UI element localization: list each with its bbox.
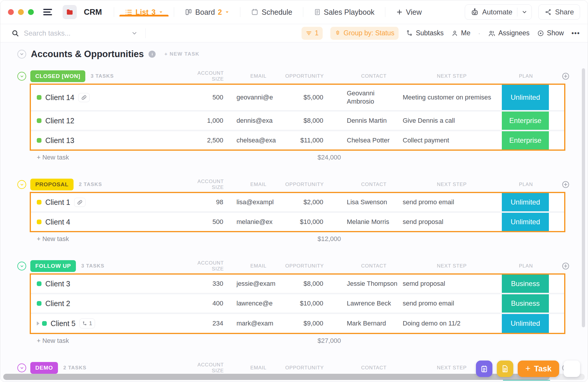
- status-badge[interactable]: CLOSED [WON]: [30, 70, 85, 82]
- column-header-email[interactable]: EMAIL: [237, 73, 280, 79]
- email-cell[interactable]: geovanni@e: [236, 94, 279, 101]
- task-row[interactable]: Client 3 330 jessie@exam $8,000 Jessie T…: [31, 275, 564, 293]
- task-row[interactable]: Client 5 1 234 mark@exam $9,000 Mark Ber…: [31, 314, 564, 333]
- contact-cell[interactable]: Chelsea Potter: [347, 136, 400, 145]
- opportunity-cell[interactable]: $10,000: [279, 218, 323, 226]
- column-header-contact[interactable]: CONTACT: [347, 180, 400, 189]
- opportunity-cell[interactable]: $8,000: [279, 117, 323, 124]
- next-step-cell[interactable]: send promo email: [403, 300, 500, 307]
- plan-cell[interactable]: Unlimited: [502, 85, 549, 110]
- add-column-icon[interactable]: [549, 262, 582, 270]
- add-column-icon[interactable]: [549, 72, 582, 80]
- info-icon[interactable]: [149, 51, 156, 58]
- contact-cell[interactable]: Jessie Thompson: [347, 280, 400, 288]
- column-header-plan[interactable]: PLAN: [502, 182, 549, 187]
- add-column-icon[interactable]: [549, 180, 582, 189]
- search-input[interactable]: Search tasks...: [11, 29, 138, 37]
- column-header-contact[interactable]: CONTACT: [347, 364, 400, 372]
- account-size-cell[interactable]: 500: [188, 94, 223, 101]
- contact-cell[interactable]: Lawrence Beck: [347, 299, 400, 308]
- status-dot[interactable]: [37, 118, 41, 123]
- group-by-button[interactable]: Group by: Status: [330, 27, 399, 40]
- tab-sales-playbook[interactable]: Sales Playbook: [306, 8, 382, 16]
- plan-cell[interactable]: Unlimited: [502, 213, 549, 231]
- opportunity-cell[interactable]: $2,000: [279, 198, 323, 206]
- account-size-cell[interactable]: 234: [188, 320, 223, 327]
- status-dot[interactable]: [37, 220, 41, 224]
- column-header-email[interactable]: EMAIL: [237, 263, 280, 269]
- task-row[interactable]: Client 4 500 melanie@ex $10,000 Melanie …: [31, 213, 564, 231]
- column-header-account-size[interactable]: ACCOUNT SIZE: [189, 362, 224, 374]
- new-task-button[interactable]: + New task: [30, 235, 206, 243]
- sidebar-menu-icon[interactable]: [43, 8, 52, 16]
- task-name[interactable]: Client 1: [45, 198, 70, 207]
- plan-cell[interactable]: Unlimited: [502, 193, 549, 211]
- status-badge[interactable]: FOLLOW UP: [30, 260, 76, 272]
- column-header-plan[interactable]: PLAN: [502, 73, 549, 79]
- status-badge[interactable]: DEMO: [30, 362, 58, 374]
- column-header-account-size[interactable]: ACCOUNT SIZE: [189, 70, 224, 82]
- account-size-cell[interactable]: 330: [188, 280, 223, 288]
- link-icon[interactable]: [74, 198, 86, 207]
- tab-schedule[interactable]: Schedule: [243, 8, 300, 16]
- plan-cell[interactable]: Business: [502, 294, 549, 313]
- email-cell[interactable]: mark@exam: [236, 320, 279, 327]
- window-minimize-button[interactable]: [18, 9, 24, 15]
- subtasks-button[interactable]: Subtasks: [406, 29, 444, 37]
- search-chevron-icon[interactable]: [131, 30, 138, 36]
- next-step-cell[interactable]: Doing demo on 11/2: [403, 320, 500, 327]
- app-launcher-button[interactable]: [564, 361, 580, 377]
- column-header-opportunity[interactable]: OPPORTUNITY: [280, 73, 324, 79]
- collapse-group-icon[interactable]: [17, 262, 26, 270]
- add-task-fab-button[interactable]: + Task: [518, 361, 559, 377]
- next-step-cell[interactable]: send proposal: [403, 218, 500, 226]
- email-cell[interactable]: lawrence@e: [236, 300, 279, 307]
- collapse-group-icon[interactable]: [17, 180, 26, 189]
- column-header-opportunity[interactable]: OPPORTUNITY: [280, 263, 324, 269]
- plan-cell[interactable]: Enterprise: [502, 112, 549, 130]
- window-zoom-button[interactable]: [28, 9, 34, 15]
- task-name[interactable]: Client 12: [45, 117, 74, 125]
- contact-cell[interactable]: Dennis Martin: [347, 117, 400, 125]
- task-name[interactable]: Client 4: [45, 218, 70, 226]
- task-name[interactable]: Client 13: [45, 136, 74, 145]
- email-cell[interactable]: jessie@exam: [236, 280, 279, 288]
- tab-list[interactable]: List 3: [117, 8, 171, 16]
- new-task-button[interactable]: + New task: [30, 154, 206, 161]
- task-row[interactable]: Client 2 400 lawrence@e $10,000 Lawrence…: [31, 294, 564, 313]
- assignees-button[interactable]: Assignees: [488, 29, 529, 37]
- show-button[interactable]: Show: [537, 29, 564, 37]
- column-header-contact[interactable]: CONTACT: [347, 262, 400, 270]
- column-header-next-step[interactable]: NEXT STEP: [403, 263, 500, 269]
- contact-cell[interactable]: Lisa Swenson: [347, 198, 400, 206]
- column-header-plan[interactable]: PLAN: [502, 263, 549, 269]
- me-button[interactable]: Me: [451, 29, 470, 37]
- plan-cell[interactable]: Unlimited: [502, 314, 549, 333]
- automate-button[interactable]: Automate: [465, 4, 532, 20]
- subtask-count-badge[interactable]: 1: [79, 318, 95, 328]
- docs-fab-button[interactable]: [497, 361, 513, 377]
- column-header-next-step[interactable]: NEXT STEP: [403, 73, 500, 79]
- opportunity-cell[interactable]: $9,000: [279, 320, 323, 327]
- new-task-top-button[interactable]: + NEW TASK: [164, 51, 199, 57]
- task-name[interactable]: Client 3: [45, 280, 70, 288]
- column-header-email[interactable]: EMAIL: [237, 365, 280, 371]
- status-dot[interactable]: [37, 138, 41, 143]
- task-name[interactable]: Client 2: [45, 299, 70, 308]
- email-cell[interactable]: melanie@ex: [236, 218, 279, 226]
- next-step-cell[interactable]: Give Dennis a call: [403, 117, 500, 124]
- column-header-opportunity[interactable]: OPPORTUNITY: [280, 365, 324, 371]
- account-size-cell[interactable]: 400: [188, 300, 223, 307]
- status-dot[interactable]: [37, 301, 41, 306]
- add-view-button[interactable]: View: [388, 8, 429, 16]
- contact-cell[interactable]: Melanie Morris: [347, 218, 400, 226]
- status-dot[interactable]: [37, 200, 41, 205]
- contact-cell[interactable]: Mark Bernard: [347, 319, 400, 328]
- next-step-cell[interactable]: Collect payment: [403, 137, 500, 144]
- notepad-fab-button[interactable]: [476, 361, 492, 377]
- task-name[interactable]: Client 5: [51, 319, 76, 328]
- column-header-opportunity[interactable]: OPPORTUNITY: [280, 182, 324, 187]
- window-close-button[interactable]: [8, 9, 14, 15]
- email-cell[interactable]: dennis@exa: [236, 117, 279, 124]
- opportunity-cell[interactable]: $10,000: [279, 300, 323, 307]
